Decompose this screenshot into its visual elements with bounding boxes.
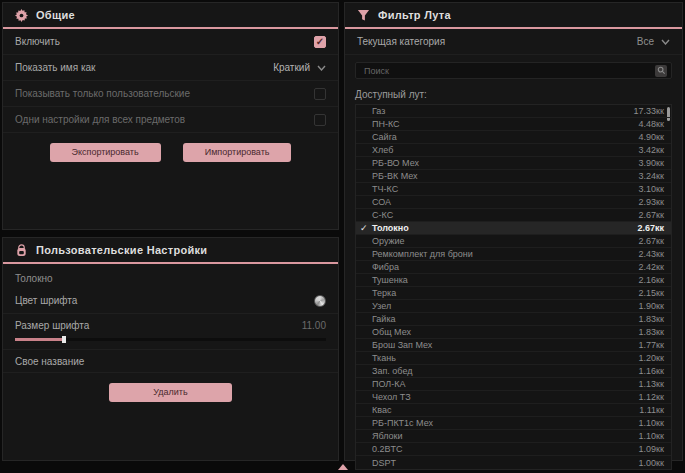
search-icon[interactable] xyxy=(655,65,667,77)
loot-list-item[interactable]: Квас 1.11кк xyxy=(356,404,671,417)
loot-item-name: Гайка xyxy=(372,314,396,324)
loot-list-item[interactable]: Толокно 2.67кк xyxy=(356,222,671,235)
loot-list-item[interactable]: Фибра 2.42кк xyxy=(356,261,671,274)
loot-item-name: РБ-ПКТ1с Мех xyxy=(372,418,433,428)
loot-item-value: 1.12кк xyxy=(639,392,664,402)
custom-name-row[interactable]: Свое название xyxy=(3,349,338,373)
loot-item-value: 1.13кк xyxy=(639,379,664,389)
general-panel-header: Общие xyxy=(3,3,338,29)
loot-item-value: 2.67кк xyxy=(639,236,664,246)
font-color-label: Цвет шрифта xyxy=(15,295,77,306)
loot-list-item[interactable]: Сайга 4.90кк xyxy=(356,131,671,144)
loot-list-item[interactable]: Тушенка 2.16кк xyxy=(356,274,671,287)
custom-settings-panel: Пользовательские Настройки Толокно Цвет … xyxy=(2,237,339,461)
scroll-up-arrow-icon[interactable] xyxy=(338,464,348,470)
loot-item-name: Сайга xyxy=(372,132,397,142)
loot-list-item[interactable]: Ремкомплект для брони 2.43кк xyxy=(356,248,671,261)
loot-list-item[interactable]: ТЧ-КС 3.10кк xyxy=(356,183,671,196)
loot-list-item[interactable]: Газ 17.33кк xyxy=(356,105,671,118)
loot-list-item[interactable]: Гайка 1.83кк xyxy=(356,313,671,326)
loot-list-item[interactable]: РБ-ПКТ1с Мех 1.10кк xyxy=(356,417,671,430)
only-custom-row: Показывать только пользовательские xyxy=(3,81,338,107)
loot-list-item[interactable]: DSPT 1.00кк xyxy=(356,456,671,469)
category-dropdown[interactable]: Все xyxy=(637,36,670,47)
export-button[interactable]: Экспортировать xyxy=(50,143,161,162)
loot-list-item[interactable]: Оружие 2.67кк xyxy=(356,235,671,248)
loot-list-item[interactable]: ПН-КС 4.48кк xyxy=(356,118,671,131)
loot-filter-panel: Фильтр Лута Текущая категория Все Доступ… xyxy=(344,2,683,461)
loot-item-name: Чехол ТЗ xyxy=(372,392,411,402)
color-picker-icon[interactable] xyxy=(314,295,326,307)
loot-list-item[interactable]: С-КС 2.67кк xyxy=(356,209,671,222)
chevron-down-icon xyxy=(317,65,326,71)
loot-item-name: Брош Зап Мех xyxy=(372,340,432,350)
loot-list-item[interactable]: РБ-ВК Мех 3.24кк xyxy=(356,170,671,183)
loot-item-name: Яблоки xyxy=(372,431,403,441)
loot-item-value: 17.33кк xyxy=(634,106,664,116)
loot-item-value: 3.42кк xyxy=(639,145,664,155)
only-custom-checkbox[interactable] xyxy=(314,88,326,100)
loot-item-name: С-КС xyxy=(372,210,393,220)
loot-panel-title: Фильтр Лута xyxy=(378,9,451,21)
loot-item-value: 2.42кк xyxy=(639,262,664,272)
loot-list-item[interactable]: РБ-ВО Мех 3.90кк xyxy=(356,157,671,170)
loot-list-item[interactable]: Зап. обед 1.16кк xyxy=(356,365,671,378)
loot-list-item[interactable]: Брош Зап Мех 1.77кк xyxy=(356,339,671,352)
loot-item-value: 3.90кк xyxy=(639,158,664,168)
loot-list-item[interactable]: Терка 2.15кк xyxy=(356,287,671,300)
loot-item-value: 2.93кк xyxy=(639,197,664,207)
loot-list-item[interactable]: Ткань 1.20кк xyxy=(356,352,671,365)
backpack-icon xyxy=(15,244,28,257)
loot-list-item[interactable]: 0.2BTC 1.09кк xyxy=(356,443,671,456)
category-value: Все xyxy=(637,36,654,47)
loot-list-item[interactable]: ПОЛ-КА 1.13кк xyxy=(356,378,671,391)
enable-checkbox[interactable]: ✓ xyxy=(314,36,326,48)
category-label: Текущая категория xyxy=(357,36,445,47)
general-buttons: Экспортировать Импортировать xyxy=(3,133,338,168)
loot-item-value: 2.67кк xyxy=(637,223,664,233)
loot-item-name: Ремкомплект для брони xyxy=(372,249,473,259)
loot-item-value: 1.00кк xyxy=(639,458,664,468)
loot-list-item[interactable]: Чехол ТЗ 1.12кк xyxy=(356,391,671,404)
category-row: Текущая категория Все xyxy=(345,29,682,55)
loot-item-value: 3.24кк xyxy=(639,171,664,181)
loot-item-value: 2.15кк xyxy=(639,288,664,298)
loot-item-value: 1.16кк xyxy=(639,366,664,376)
loot-item-name: Толокно xyxy=(372,223,409,233)
selected-item-label: Толокно xyxy=(3,264,338,288)
loot-item-name: ТЧ-КС xyxy=(372,184,398,194)
loot-item-value: 1.10кк xyxy=(639,418,664,428)
font-size-slider[interactable] xyxy=(15,338,326,341)
loot-item-value: 2.16кк xyxy=(639,275,664,285)
loot-item-name: 0.2BTC xyxy=(372,444,403,454)
loot-list-item[interactable]: Хлеб 3.42кк xyxy=(356,144,671,157)
only-custom-label: Показывать только пользовательские xyxy=(15,88,190,99)
loot-list-item[interactable]: Яблоки 1.10кк xyxy=(356,430,671,443)
chevron-down-icon xyxy=(661,39,670,45)
loot-list-item[interactable]: Общ Мех 1.83кк xyxy=(356,326,671,339)
loot-item-value: 4.90кк xyxy=(639,132,664,142)
loot-item-value: 2.43кк xyxy=(639,249,664,259)
general-panel-title: Общие xyxy=(36,9,75,21)
loot-item-name: Узел xyxy=(372,301,391,311)
show-name-label: Показать имя как xyxy=(15,62,95,73)
loot-list-item[interactable]: Узел 1.90кк xyxy=(356,300,671,313)
loot-item-name: Хлеб xyxy=(372,145,393,155)
show-name-dropdown[interactable]: Краткий xyxy=(273,62,326,73)
search-input[interactable] xyxy=(364,66,655,76)
loot-list-item[interactable]: СОА 2.93кк xyxy=(356,196,671,209)
slider-handle[interactable] xyxy=(62,336,66,343)
search-box xyxy=(355,62,672,79)
available-loot-label: Доступный лут: xyxy=(345,86,682,104)
funnel-icon xyxy=(357,9,370,22)
show-name-row: Показать имя как Краткий xyxy=(3,55,338,81)
same-settings-checkbox[interactable] xyxy=(314,114,326,126)
loot-item-value: 1.20кк xyxy=(639,353,664,363)
delete-button[interactable]: Удалить xyxy=(109,383,231,402)
same-settings-row: Одни настройки для всех предметов xyxy=(3,107,338,133)
loot-item-name: Квас xyxy=(372,405,391,415)
import-button[interactable]: Импортировать xyxy=(183,143,292,162)
font-color-row: Цвет шрифта xyxy=(3,288,338,314)
loot-item-value: 3.10кк xyxy=(639,184,664,194)
loot-item-name: Общ Мех xyxy=(372,327,411,337)
